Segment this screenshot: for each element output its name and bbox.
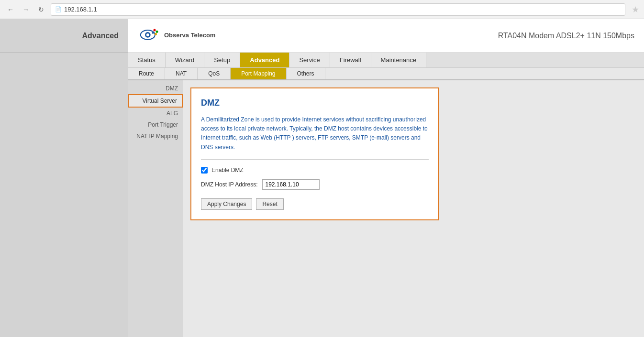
ip-address-row: DMZ Host IP Address: [201, 179, 429, 190]
subnav-nat[interactable]: NAT [165, 68, 198, 79]
divider [201, 159, 429, 160]
apply-changes-button[interactable]: Apply Changes [201, 198, 252, 210]
subnav-route[interactable]: Route [128, 68, 165, 79]
svg-point-4 [156, 30, 158, 33]
sub-nav: Route NAT QoS Port Mapping Others [128, 68, 644, 80]
reset-button[interactable]: Reset [256, 198, 283, 210]
browser-chrome: ← → ↻ 📄 192.168.1.1 ★ [0, 0, 644, 19]
browser-content: Advanced Observa Telecom [0, 19, 644, 337]
router-ui: Observa Telecom RTA04N Modem ADSL2+ 11N … [128, 19, 644, 337]
nav-firewall[interactable]: Firewall [330, 53, 371, 67]
svg-point-2 [146, 33, 149, 36]
nav-wizard[interactable]: Wizard [166, 53, 204, 67]
page-section: DMZ A Demilitarized Zone is used to prov… [183, 80, 644, 337]
sidebar-item-dmz[interactable]: DMZ [128, 83, 183, 94]
subnav-port-mapping[interactable]: Port Mapping [231, 68, 286, 79]
ip-address-label: DMZ Host IP Address: [201, 181, 257, 188]
address-bar[interactable]: 📄 192.168.1.1 [51, 3, 625, 16]
left-page-title: Advanced [0, 19, 128, 53]
brand-name: Observa Telecom [164, 32, 215, 40]
logo-area: Observa Telecom [138, 26, 215, 45]
nav-advanced[interactable]: Advanced [240, 53, 289, 67]
router-header: Observa Telecom RTA04N Modem ADSL2+ 11N … [128, 19, 644, 53]
enable-dmz-checkbox[interactable] [201, 167, 208, 174]
content-area: DMZ Virtual Server ALG Port Trigger NAT … [128, 80, 644, 337]
nav-maintenance[interactable]: Maintenance [371, 53, 426, 67]
forward-button[interactable]: → [20, 4, 32, 15]
dmz-title: DMZ [201, 98, 429, 108]
svg-point-3 [154, 29, 156, 31]
nav-service[interactable]: Service [289, 53, 330, 67]
logo-text: Observa Telecom [164, 32, 215, 40]
left-sidebar-area: Advanced [0, 19, 128, 337]
sidebar-item-alg[interactable]: ALG [128, 108, 183, 119]
dmz-panel: DMZ A Demilitarized Zone is used to prov… [190, 87, 439, 220]
dmz-description: A Demilitarized Zone is used to provide … [201, 115, 429, 152]
address-text: 192.168.1.1 [64, 6, 97, 13]
svg-point-5 [155, 33, 157, 35]
device-name: RTA04N Modem ADSL2+ 11N 150Mbps [498, 32, 634, 40]
top-nav: Status Wizard Setup Advanced Service Fir… [128, 53, 644, 68]
enable-dmz-row: Enable DMZ [201, 167, 429, 174]
bookmark-star[interactable]: ★ [632, 4, 639, 15]
ip-address-input[interactable] [262, 179, 320, 190]
logo-svg [138, 26, 162, 45]
enable-dmz-label: Enable DMZ [211, 167, 244, 174]
sidebar-item-virtual-server[interactable]: Virtual Server [128, 94, 183, 108]
subnav-qos[interactable]: QoS [198, 68, 231, 79]
sidebar-item-port-trigger[interactable]: Port Trigger [128, 119, 183, 130]
page-icon: 📄 [55, 6, 62, 12]
reload-button[interactable]: ↻ [35, 4, 47, 15]
sidebar-item-nat-ip-mapping[interactable]: NAT IP Mapping [128, 130, 183, 142]
subnav-others[interactable]: Others [287, 68, 325, 79]
nav-status[interactable]: Status [128, 53, 166, 67]
nav-setup[interactable]: Setup [204, 53, 240, 67]
back-button[interactable]: ← [5, 4, 16, 15]
inner-sidebar: DMZ Virtual Server ALG Port Trigger NAT … [128, 80, 183, 337]
button-row: Apply Changes Reset [201, 198, 429, 210]
svg-point-6 [152, 32, 154, 33]
